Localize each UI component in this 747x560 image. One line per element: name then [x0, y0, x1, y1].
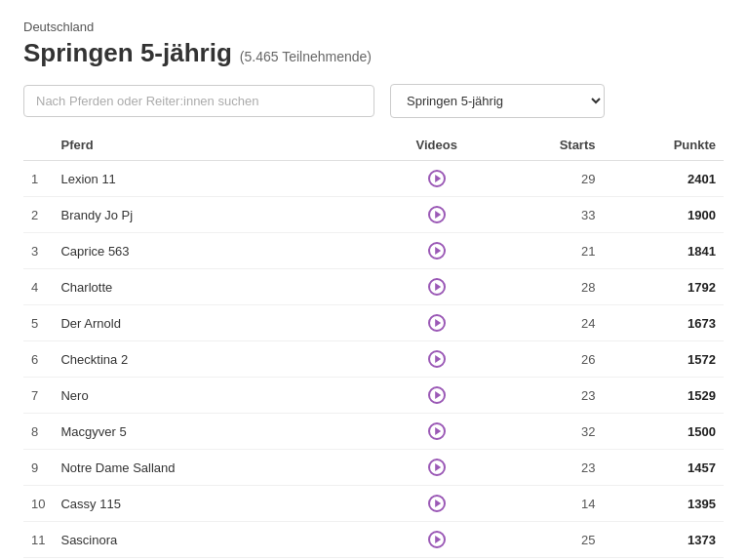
cell-horse-name: Der Arnold — [53, 305, 377, 341]
cell-video[interactable] — [377, 233, 496, 269]
cell-video[interactable] — [377, 378, 496, 414]
play-icon[interactable] — [428, 242, 446, 260]
cell-horse-name: Sascinora — [53, 522, 377, 558]
table-row: 11Sascinora251373 — [23, 522, 724, 558]
cell-rank: 8 — [23, 414, 53, 450]
cell-horse-name: Cassy 115 — [53, 486, 377, 522]
cell-video[interactable] — [377, 414, 496, 450]
cell-rank: 3 — [23, 233, 53, 269]
cell-horse-name: Notre Dame Salland — [53, 450, 377, 486]
cell-starts: 23 — [496, 378, 604, 414]
table-row: 6Checktina 2261572 — [23, 341, 724, 378]
col-rank — [23, 130, 53, 161]
cell-rank: 2 — [23, 197, 53, 233]
play-icon[interactable] — [428, 422, 446, 440]
cell-points: 1673 — [604, 305, 725, 341]
rankings-table: Pferd Videos Starts Punkte 1Lexion 11292… — [23, 130, 724, 560]
cell-video[interactable] — [377, 269, 496, 305]
cell-points: 1373 — [604, 522, 725, 558]
cell-starts: 32 — [496, 414, 604, 450]
cell-starts: 14 — [496, 486, 604, 522]
play-icon[interactable] — [428, 206, 446, 223]
table-row: 1Lexion 11292401 — [23, 161, 724, 197]
cell-video[interactable] — [377, 450, 496, 486]
cell-starts: 23 — [496, 450, 604, 486]
cell-starts: 26 — [496, 341, 604, 378]
cell-horse-name: Macgyver 5 — [53, 414, 377, 450]
cell-rank: 10 — [23, 486, 53, 522]
table-row: 7Nero231529 — [23, 378, 724, 414]
cell-starts: 24 — [496, 305, 604, 341]
play-icon[interactable] — [428, 386, 446, 404]
cell-points: 1572 — [604, 341, 725, 378]
country-label: Deutschland — [23, 20, 724, 34]
cell-horse-name: Lexion 11 — [53, 161, 377, 197]
cell-rank: 6 — [23, 341, 53, 378]
play-icon[interactable] — [428, 531, 446, 548]
cell-video[interactable] — [377, 341, 496, 378]
col-starts: Starts — [496, 130, 604, 161]
cell-points: 1500 — [604, 414, 725, 450]
cell-starts: 28 — [496, 269, 604, 305]
cell-video[interactable] — [377, 486, 496, 522]
cell-video[interactable] — [377, 522, 496, 558]
cell-horse-name: Nero — [53, 378, 377, 414]
play-icon[interactable] — [428, 314, 446, 332]
cell-rank: 5 — [23, 305, 53, 341]
cell-rank: 4 — [23, 269, 53, 305]
cell-rank: 7 — [23, 378, 53, 414]
cell-video[interactable] — [377, 161, 496, 197]
category-select[interactable]: Springen 5-jährig — [390, 84, 605, 118]
cell-points: 1529 — [604, 378, 725, 414]
cell-horse-name: Checktina 2 — [53, 341, 377, 378]
search-input[interactable] — [23, 85, 374, 117]
col-videos: Videos — [377, 130, 496, 161]
cell-points: 1792 — [604, 269, 725, 305]
cell-points: 1457 — [604, 450, 725, 486]
cell-video[interactable] — [377, 305, 496, 341]
cell-horse-name: Brandy Jo Pj — [53, 197, 377, 233]
col-punkte: Punkte — [604, 130, 725, 161]
cell-rank: 11 — [23, 522, 53, 558]
play-icon[interactable] — [428, 278, 446, 296]
cell-points: 1841 — [604, 233, 725, 269]
cell-points: 2401 — [604, 161, 725, 197]
cell-rank: 9 — [23, 450, 53, 486]
cell-starts: 29 — [496, 161, 604, 197]
cell-starts: 21 — [496, 233, 604, 269]
table-row: 5Der Arnold241673 — [23, 305, 724, 341]
cell-points: 1900 — [604, 197, 725, 233]
cell-starts: 33 — [496, 197, 604, 233]
play-icon[interactable] — [428, 495, 446, 512]
col-pferd: Pferd — [53, 130, 377, 161]
cell-starts: 25 — [496, 522, 604, 558]
cell-video[interactable] — [377, 197, 496, 233]
table-row: 9Notre Dame Salland231457 — [23, 450, 724, 486]
page-title: Springen 5-jährig(5.465 Teilnehmende) — [23, 38, 724, 68]
cell-horse-name: Charlotte — [53, 269, 377, 305]
play-icon[interactable] — [428, 170, 446, 187]
table-row: 8Macgyver 5321500 — [23, 414, 724, 450]
table-row: 4Charlotte281792 — [23, 269, 724, 305]
play-icon[interactable] — [428, 459, 446, 476]
cell-rank: 1 — [23, 161, 53, 197]
table-row: 10Cassy 115141395 — [23, 486, 724, 522]
play-icon[interactable] — [428, 350, 446, 368]
cell-points: 1395 — [604, 486, 725, 522]
table-row: 2Brandy Jo Pj331900 — [23, 197, 724, 233]
cell-horse-name: Caprice 563 — [53, 233, 377, 269]
table-row: 3Caprice 563211841 — [23, 233, 724, 269]
